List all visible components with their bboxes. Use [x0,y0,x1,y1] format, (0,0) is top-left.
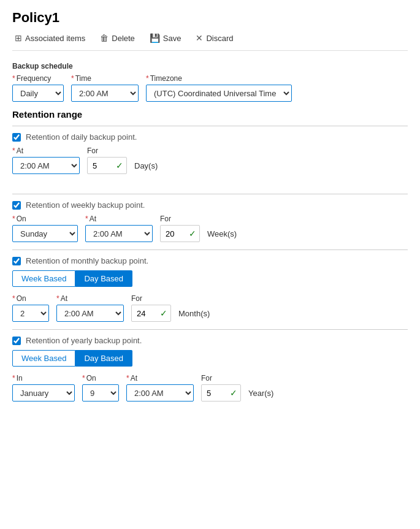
retention-range-section: Retention range Retention of daily backu… [12,109,408,402]
weekly-checkbox[interactable] [12,201,21,210]
monthly-day-based-btn[interactable]: Day Based [75,270,132,287]
save-label: Save [163,34,181,43]
daily-for-input[interactable] [87,157,127,174]
time-label: *Time [71,74,139,83]
yearly-for-group: For ✓ [201,374,241,402]
yearly-in-label: *In [12,374,75,382]
monthly-at-group: *At 2:00 AM [56,294,124,322]
delete-button[interactable]: 🗑 Delete [97,32,137,44]
daily-fields: *At 2:00 AM For ✓ Day(s) [12,147,408,174]
yearly-on-group: *On 9 1234 5678 [82,374,119,402]
associated-items-label: Associated items [25,34,85,43]
weekly-for-label: For [160,215,200,223]
yearly-at-select[interactable]: 2:00 AM [126,384,194,402]
yearly-on-select[interactable]: 9 1234 5678 [82,384,119,402]
weekly-unit: Week(s) [207,229,237,242]
weekly-for-input[interactable] [160,225,200,242]
daily-at-select[interactable]: 2:00 AM [12,157,80,174]
yearly-in-select[interactable]: JanuaryFebruaryMarch AprilMayJune JulyAu… [12,384,75,402]
yearly-on-label: *On [82,374,119,382]
delete-icon: 🗑 [100,33,109,43]
weekly-on-label: *On [12,215,78,223]
divider-1 [12,126,408,126]
discard-label: Discard [206,34,233,43]
backup-schedule-label: Backup schedule [12,62,408,70]
divider-2 [12,194,408,194]
daily-checkbox-label: Retention of daily backup point. [26,132,137,142]
yearly-day-based-btn[interactable]: Day Based [75,350,132,367]
yearly-checkbox[interactable] [12,337,21,345]
yearly-at-group: *At 2:00 AM [126,374,194,402]
yearly-unit: Year(s) [248,389,273,402]
weekly-on-select[interactable]: Sunday Monday Tuesday Wednesday Thursday… [12,225,78,242]
weekly-at-group: *At 2:00 AM [85,215,153,242]
toolbar: ⊞ Associated items 🗑 Delete 💾 Save ✕ Dis… [12,32,408,51]
monthly-checkbox-row: Retention of monthly backup point. [12,256,408,265]
weekly-at-select[interactable]: 2:00 AM [85,225,153,242]
monthly-at-select[interactable]: 2:00 AM [56,305,124,322]
daily-checkbox[interactable] [12,133,21,142]
yearly-checkbox-label: Retention of yearly backup point. [26,336,142,345]
associated-items-button[interactable]: ⊞ Associated items [12,32,88,44]
delete-label: Delete [112,34,135,43]
discard-button[interactable]: ✕ Discard [193,32,235,44]
save-icon: 💾 [150,33,160,43]
yearly-fields: *In JanuaryFebruaryMarch AprilMayJune Ju… [12,374,408,402]
yearly-for-label: For [201,374,241,382]
frequency-select[interactable]: Daily Weekly Monthly [12,85,64,102]
monthly-for-input[interactable] [131,305,171,322]
weekly-for-group: For ✓ [160,215,200,242]
daily-for-label: For [87,147,127,155]
retention-range-header: Retention range [12,109,408,120]
monthly-fields: *On 2 1345 *At 2:00 AM For ✓ Month(s) [12,294,408,322]
monthly-on-label: *On [12,294,49,303]
backup-schedule-section: Backup schedule *Frequency Daily Weekly … [12,62,408,102]
yearly-for-wrapper: ✓ [201,384,241,402]
monthly-on-select[interactable]: 2 1345 [12,305,49,322]
weekly-at-label: *At [85,215,153,223]
weekly-checkbox-row: Retention of weekly backup point. [12,200,408,210]
daily-checkbox-row: Retention of daily backup point. [12,132,408,142]
yearly-toggle-group: Week Based Day Based [12,350,408,367]
monthly-checkbox[interactable] [12,257,21,265]
weekly-fields: *On Sunday Monday Tuesday Wednesday Thur… [12,215,408,242]
daily-for-group: For ✓ [87,147,127,174]
time-group: *Time 2:00 AM [71,74,139,102]
time-select[interactable]: 2:00 AM [71,85,139,102]
timezone-label: *Timezone [146,74,292,83]
yearly-in-group: *In JanuaryFebruaryMarch AprilMayJune Ju… [12,374,75,402]
monthly-week-based-btn[interactable]: Week Based [12,270,75,287]
daily-at-group: *At 2:00 AM [12,147,80,174]
daily-at-label: *At [12,147,80,155]
yearly-at-label: *At [126,374,194,382]
timezone-required-star: * [146,74,149,83]
monthly-checkbox-label: Retention of monthly backup point. [26,256,148,265]
frequency-group: *Frequency Daily Weekly Monthly [12,74,64,102]
yearly-for-input[interactable] [201,384,241,402]
yearly-week-based-btn[interactable]: Week Based [12,350,75,367]
yearly-checkbox-row: Retention of yearly backup point. [12,336,408,345]
weekly-checkbox-label: Retention of weekly backup point. [26,200,145,210]
discard-icon: ✕ [196,33,203,43]
monthly-for-wrapper: ✓ [131,305,171,322]
daily-for-wrapper: ✓ [87,157,127,174]
monthly-on-group: *On 2 1345 [12,294,49,322]
monthly-toggle-group: Week Based Day Based [12,270,408,287]
divider-4 [12,329,408,330]
weekly-on-group: *On Sunday Monday Tuesday Wednesday Thur… [12,215,78,242]
backup-schedule-fields: *Frequency Daily Weekly Monthly *Time 2:… [12,74,408,102]
timezone-select[interactable]: (UTC) Coordinated Universal Time [146,85,292,102]
divider-3 [12,249,408,250]
timezone-group: *Timezone (UTC) Coordinated Universal Ti… [146,74,292,102]
weekly-for-wrapper: ✓ [160,225,200,242]
daily-unit: Day(s) [134,161,158,174]
time-required-star: * [71,74,74,83]
frequency-required-star: * [12,74,15,83]
associated-items-icon: ⊞ [15,33,22,43]
monthly-for-label: For [131,294,171,303]
frequency-label: *Frequency [12,74,64,83]
monthly-at-label: *At [56,294,124,303]
monthly-unit: Month(s) [178,309,210,322]
save-button[interactable]: 💾 Save [147,32,184,44]
page-title: Policy1 [12,10,408,26]
